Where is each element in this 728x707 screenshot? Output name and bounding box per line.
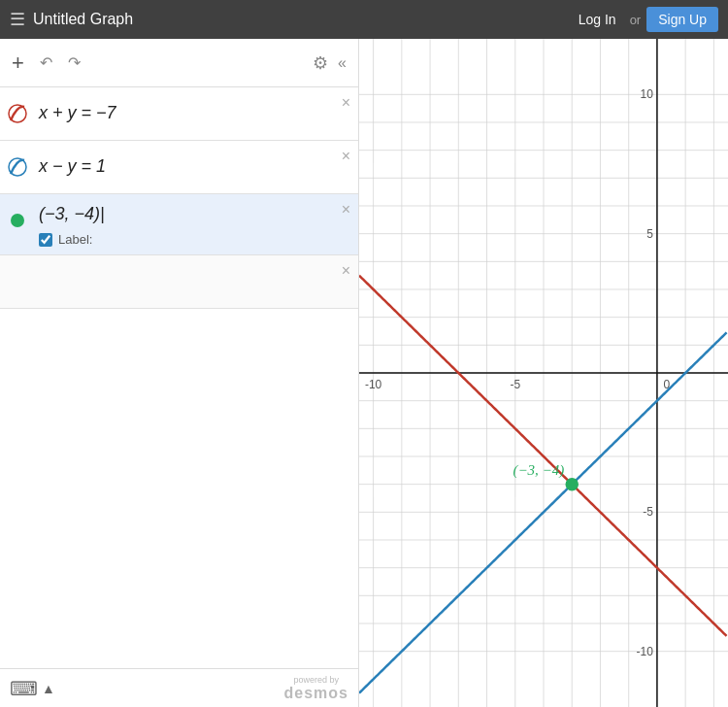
- menu-icon[interactable]: ☰: [10, 9, 25, 30]
- topbar-right: Log In or Sign Up: [571, 7, 718, 32]
- expr-content-4: [35, 255, 358, 308]
- blue-curve-icon: [7, 156, 28, 178]
- collapse-panel-button[interactable]: «: [338, 54, 347, 72]
- expr-content-3: (−3, −4)| Label:: [35, 194, 358, 254]
- or-label: or: [630, 13, 642, 27]
- expr-icon-2: [0, 141, 35, 193]
- desmos-brand: desmos: [284, 685, 348, 702]
- expr-icon-1: [0, 87, 35, 140]
- expr-math-1: x + y = −7: [39, 101, 329, 125]
- expression-row-1[interactable]: x + y = −7 ×: [0, 87, 358, 141]
- toolbar-right: ⚙ «: [313, 52, 347, 74]
- delete-expression-4[interactable]: ×: [342, 263, 350, 279]
- expression-list: x + y = −7 × x − y = 1 ×: [0, 87, 358, 668]
- expr-math-2: x − y = 1: [39, 154, 329, 179]
- bottom-left: ⌨ ▲: [10, 677, 55, 700]
- top-bar: ☰ Untitled Graph Log In or Sign Up: [0, 0, 728, 39]
- graph-canvas: [359, 39, 728, 707]
- add-expression-button[interactable]: +: [12, 50, 24, 76]
- main-area: + ↶ ↷ ⚙ « x + y = −7: [0, 39, 728, 707]
- desmos-logo: powered by desmos: [284, 675, 348, 702]
- expr-icon-4: [0, 255, 35, 308]
- toolbar: + ↶ ↷ ⚙ «: [0, 39, 358, 87]
- left-panel: + ↶ ↷ ⚙ « x + y = −7: [0, 39, 359, 707]
- svg-point-0: [9, 105, 26, 122]
- redo-button[interactable]: ↷: [68, 53, 81, 72]
- signup-button[interactable]: Sign Up: [646, 7, 718, 32]
- app-title: Untitled Graph: [33, 11, 133, 28]
- keyboard-button[interactable]: ⌨: [10, 677, 38, 700]
- bottom-bar: ⌨ ▲ powered by desmos: [0, 668, 358, 707]
- expression-row-3[interactable]: (−3, −4)| Label: ×: [0, 194, 358, 255]
- expand-button[interactable]: ▲: [42, 681, 55, 696]
- undo-button[interactable]: ↶: [40, 53, 52, 72]
- expression-row-2[interactable]: x − y = 1 ×: [0, 141, 358, 194]
- label-checkbox-3[interactable]: [39, 233, 52, 247]
- expression-row-4[interactable]: ×: [0, 255, 358, 309]
- red-curve-icon: [7, 103, 28, 124]
- login-button[interactable]: Log In: [571, 8, 624, 31]
- delete-expression-1[interactable]: ×: [342, 95, 350, 111]
- delete-expression-3[interactable]: ×: [342, 202, 350, 218]
- svg-point-1: [9, 158, 26, 176]
- powered-by-text: powered by: [294, 675, 340, 685]
- graph-area[interactable]: [359, 39, 728, 707]
- expr-content-1: x + y = −7: [35, 87, 358, 140]
- expr-content-2: x − y = 1: [35, 141, 358, 193]
- expr-math-3: (−3, −4)|: [39, 202, 329, 226]
- delete-expression-2[interactable]: ×: [342, 149, 350, 164]
- toolbar-left: + ↶ ↷: [12, 50, 81, 76]
- label-row-3: Label:: [39, 232, 329, 247]
- green-point-icon: [11, 214, 24, 227]
- topbar-left: ☰ Untitled Graph: [10, 9, 133, 30]
- expr-icon-3: [0, 194, 35, 247]
- label-text-3: Label:: [58, 232, 92, 247]
- settings-button[interactable]: ⚙: [313, 52, 328, 74]
